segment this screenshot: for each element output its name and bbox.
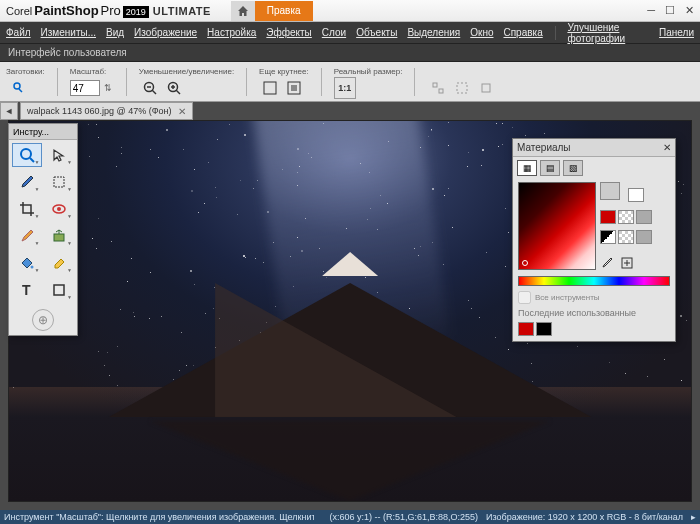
zoom-label: Масштаб: [70,67,114,76]
dropper-tool[interactable]: ▼ [12,170,42,194]
menu-help[interactable]: Справка [503,27,542,38]
swap-colors-icon[interactable] [600,230,616,244]
tools-palette-title[interactable]: Инстру... [9,124,77,140]
menu-objects[interactable]: Объекты [356,27,397,38]
menu-file[interactable]: Файл [6,27,31,38]
presets-dropdown[interactable] [6,77,28,99]
svg-rect-14 [457,83,467,93]
all-tools-checkbox[interactable] [518,291,531,304]
redeye-tool[interactable]: ▼ [45,197,75,221]
presets-label: Заготовки: [6,67,45,76]
menu-selections[interactable]: Выделения [407,27,460,38]
clone-tool[interactable]: ▼ [45,224,75,248]
selection-tool[interactable]: ▼ [45,170,75,194]
zoom-spinner[interactable]: ⇅ [102,77,114,99]
svg-rect-9 [264,82,276,94]
statusbar: Инструмент "Масштаб": Щелкните для увели… [0,510,700,524]
toolbar-sep [414,68,415,96]
svg-rect-13 [439,89,443,93]
options-toolbar: Заготовки: Масштаб: ⇅ Уменьшение/увеличе… [0,62,700,102]
document-tab-label: walpack 1143 060.jpg @ 47% (Фон) [27,106,172,116]
svg-rect-21 [54,234,64,241]
menu-image[interactable]: Изображение [134,27,197,38]
extra-spacer [427,67,497,76]
minimize-button[interactable]: ─ [647,4,655,17]
svg-rect-11 [291,85,297,91]
svg-line-3 [152,90,156,94]
materials-tab-2[interactable]: ▤ [540,160,560,176]
shape-tool[interactable]: ▼ [45,278,75,302]
option-icon-3[interactable] [475,77,497,99]
zoom-tool[interactable]: ▼ [12,143,42,167]
toolbox-more-icon[interactable]: ⊕ [32,309,54,331]
color-gradient-picker[interactable] [518,182,596,270]
more-spin-group: Еще крутнее: [259,67,309,99]
document-tab[interactable]: walpack 1143 060.jpg @ 47% (Фон) ✕ [20,102,193,120]
water [9,417,691,501]
maximize-button[interactable]: ☐ [665,4,675,17]
brand-corel: Corel [6,5,32,17]
text-tool[interactable]: T [12,278,42,302]
zoom-io-label: Уменьшение/увеличение: [139,67,234,76]
menu-window[interactable]: Окно [470,27,493,38]
hue-slider[interactable] [518,276,670,286]
tab-edit[interactable]: Правка [255,1,313,21]
zoom-group: Масштаб: ⇅ [70,67,114,99]
swatch-none[interactable] [618,230,634,244]
svg-rect-18 [54,177,64,187]
document-close-icon[interactable]: ✕ [178,106,186,117]
eraser-tool[interactable]: ▼ [45,251,75,275]
window-controls: ─ ☐ ✕ [647,4,694,17]
zoom-in-icon[interactable] [163,77,185,99]
fg-swatch[interactable] [600,182,620,200]
fit-window-icon[interactable] [259,77,281,99]
submenu-label[interactable]: Интерфейс пользователя [8,47,127,58]
menu-adjust[interactable]: Настройка [207,27,256,38]
fit-image-icon[interactable] [283,77,305,99]
dropper-icon[interactable] [600,256,614,270]
bg-swatch[interactable] [628,188,644,202]
menu-view[interactable]: Вид [106,27,124,38]
zoom-io-group: Уменьшение/увеличение: [139,67,234,99]
option-icon-2[interactable] [451,77,473,99]
menu-separator [555,26,556,40]
recent-swatch-2[interactable] [536,322,552,336]
actual-size-button[interactable]: 1:1 [334,77,356,99]
fill-tool[interactable]: ▼ [12,251,42,275]
crop-tool[interactable]: ▼ [12,197,42,221]
menu-panels[interactable]: Панели [659,27,694,38]
brand-year: 2019 [123,6,149,18]
status-icon[interactable]: ▸ [691,512,696,522]
swatch-gray2[interactable] [636,230,652,244]
materials-tab-1[interactable]: ▦ [517,160,537,176]
status-hint: Инструмент "Масштаб": Щелкните для увели… [4,512,314,522]
toolbar-sep [57,68,58,96]
svg-line-17 [30,158,34,162]
all-tools-label: Все инструменты [535,293,600,302]
brush-tool[interactable]: ▼ [12,224,42,248]
tab-home[interactable] [231,1,255,21]
close-button[interactable]: ✕ [685,4,694,17]
zoom-input[interactable] [70,80,100,96]
swatch-transparent[interactable] [618,210,634,224]
zoom-out-icon[interactable] [139,77,161,99]
recent-swatch-1[interactable] [518,322,534,336]
swatch-red[interactable] [600,210,616,224]
menu-effects[interactable]: Эффекты [266,27,311,38]
add-swatch-icon[interactable] [620,256,634,270]
menu-photo-fix[interactable]: Улучшение фотографии [567,22,649,44]
svg-text:T: T [22,282,31,298]
submenu-bar: Интерфейс пользователя [0,44,700,62]
tab-scroll-left[interactable]: ◄ [0,102,18,120]
menubar: Файл Измениты... Вид Изображение Настрой… [0,22,700,44]
menu-edit[interactable]: Измениты... [41,27,96,38]
materials-close-icon[interactable]: ✕ [663,142,671,153]
menu-layers[interactable]: Слои [322,27,346,38]
status-imageinfo: Изображение: 1920 x 1200 x RGB - 8 бит/к… [486,512,683,522]
pick-tool[interactable]: ▼ [45,143,75,167]
swatch-gray[interactable] [636,210,652,224]
tools-palette: Инстру... ▼ ▼ ▼ ▼ ▼ ▼ ▼ ▼ ▼ ▼ T ▼ ⊕ [8,123,78,336]
option-icon-1[interactable] [427,77,449,99]
svg-line-1 [19,89,22,92]
materials-tab-3[interactable]: ▧ [563,160,583,176]
